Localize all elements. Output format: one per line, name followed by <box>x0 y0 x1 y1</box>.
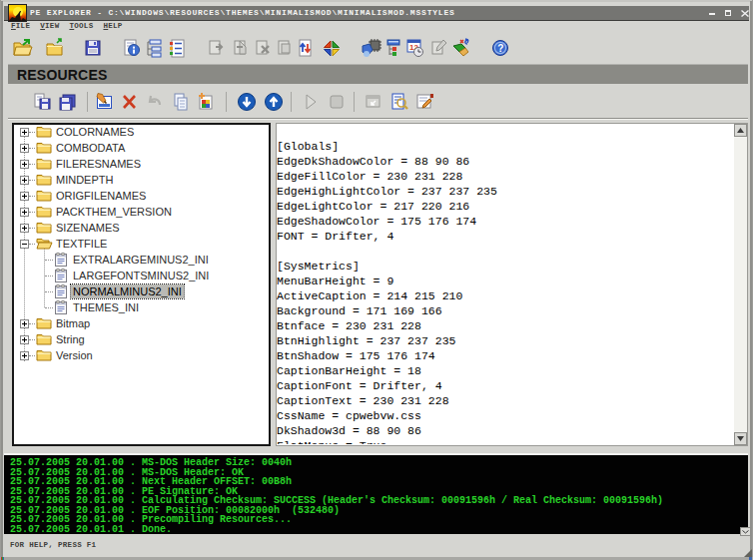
svg-text:?: ? <box>497 43 503 54</box>
